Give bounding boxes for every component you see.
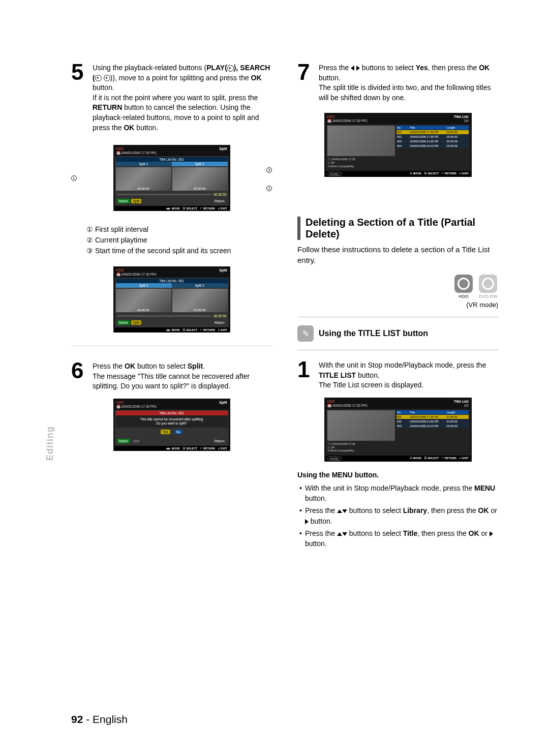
callout-2: 2 [266, 186, 272, 191]
search-fwd-icon [104, 75, 110, 81]
preview-thumbnail [327, 126, 395, 156]
screenshot-split-1: 1 HDDSplit 📅 JAN/01/2006 17:30 PR1 Title… [71, 138, 272, 218]
up-arrow-icon [337, 509, 342, 513]
left-arrow-icon [351, 66, 354, 71]
table-row: 004JAN/01/2006 23:15 PR00:02:06 [396, 144, 469, 148]
hdd-badge: HDD [453, 275, 474, 299]
manual-page: Editing 5 Using the playback-related but… [0, 0, 549, 756]
screenshot-title-list-3: HDDTitle List 📅 JAN/01/2006 17:30 PR11/3… [324, 398, 472, 462]
section-heading: Deleting a Section of a Title (Partial D… [297, 217, 498, 240]
step-6: 6 Press the OK button to select Split. T… [71, 359, 272, 391]
table-row: 002JAN/01/2006 17:30 PR00:30:55 [396, 135, 469, 139]
screenshot-split-2: HDDSplit 📅 JAN/01/2006 17:30 PR1 Title L… [113, 266, 230, 332]
table-row: 003JAN/01/2006 23:15 PR00:30:00 [396, 424, 469, 428]
table-row: 001JAN/01/2006 17:30 PR00:30:55 [396, 130, 469, 134]
up-arrow-icon [337, 532, 342, 536]
down-arrow-icon [342, 509, 347, 513]
step-number: 5 [71, 61, 88, 133]
right-arrow-icon [305, 519, 309, 524]
right-arrow-icon [356, 66, 360, 71]
play-icon [227, 65, 234, 72]
dvd-rw-badge: DVD-RW [478, 275, 498, 299]
title-list-icon [297, 325, 314, 342]
side-tab-editing: Editing [45, 426, 55, 461]
table-row: 001JAN/01/2006 17:30 PR01:00:00 [396, 415, 469, 419]
step-1: 1 With the unit in Stop mode/Playback mo… [297, 358, 498, 390]
callout-3: 3 [266, 167, 272, 173]
table-row: 003JAN/01/2006 21:00 PR00:02:06 [396, 139, 469, 143]
down-arrow-icon [342, 532, 347, 536]
table-row: 002JAN/01/2006 21:00 PR01:00:00 [396, 419, 469, 424]
callout-legend: ① First split interval ② Current playtim… [86, 224, 272, 256]
preview-thumbnail [327, 410, 395, 441]
title-list-rows-1: No.TitleLength 001JAN/01/2006 17:30 PR01… [396, 410, 469, 454]
left-column: 5 Using the playback-related buttons (PL… [71, 61, 272, 551]
callout-1: 1 [71, 175, 77, 181]
step-7: 7 Press the buttons to select Yes, then … [297, 61, 498, 103]
screenshot-title-list-4: HDDTitle List 📅 JAN/01/2006 17:30 PR11/4… [324, 113, 472, 177]
screenshot-split-dialog: HDDSplit 📅 JAN/01/2006 17:30 PR1 Title L… [113, 399, 230, 451]
right-arrow-icon [490, 531, 493, 536]
menu-subsection: Using the MENU button. •With the unit in… [297, 471, 498, 549]
right-column: 7 Press the buttons to select Yes, then … [297, 61, 498, 551]
search-back-icon [95, 75, 102, 81]
title-list-rows-7: No.TitleLength 001JAN/01/2006 17:30 PR00… [396, 126, 469, 169]
page-footer: 92 - English [71, 713, 128, 725]
step-5: 5 Using the playback-related buttons (PL… [71, 61, 272, 133]
